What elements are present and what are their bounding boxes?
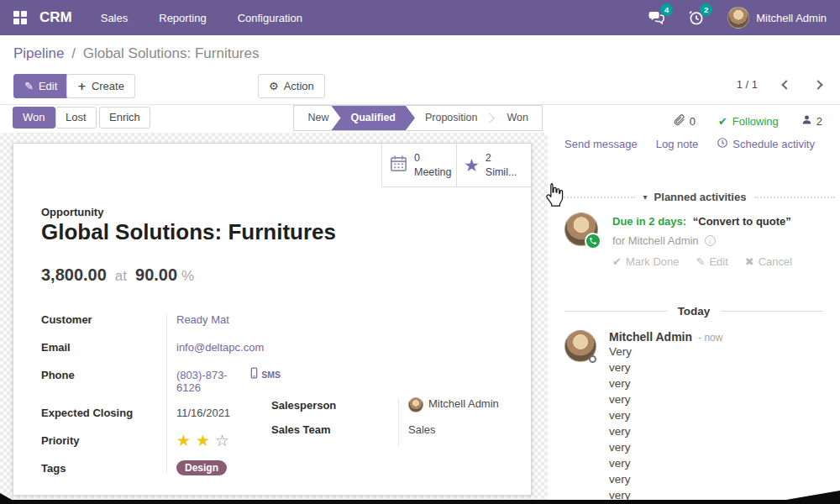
phone-link[interactable]: (803)-873-6126 bbox=[167, 367, 237, 394]
send-message-button[interactable]: Send message bbox=[564, 138, 638, 150]
activity-assignee: for Mitchell Admin bbox=[612, 234, 699, 247]
message-line: very bbox=[609, 423, 722, 439]
star-filled-icon[interactable]: ★ bbox=[196, 433, 210, 448]
fields-left-column: Customer Ready Mat Email info@deltapc.co… bbox=[41, 312, 281, 477]
similar-count: 2 bbox=[486, 151, 517, 165]
tags-row: Tags Design bbox=[41, 460, 281, 477]
apps-menu-icon[interactable] bbox=[13, 11, 27, 24]
at-token: at bbox=[115, 268, 127, 285]
customer-label: Customer bbox=[41, 312, 167, 326]
activity-avatar bbox=[564, 213, 598, 246]
expected-closing-row: Expected Closing 11/16/2021 bbox=[41, 405, 281, 422]
app-title[interactable]: CRM bbox=[39, 9, 72, 26]
breadcrumb-current: Global Solutions: Furnitures bbox=[83, 45, 260, 61]
stage-statusbar: New Qualified Proposition Won bbox=[293, 105, 543, 131]
salesperson-label: Salesperson bbox=[271, 397, 399, 412]
person-icon bbox=[801, 114, 812, 128]
phone-row: Phone (803)-873-6126 SMS bbox=[41, 367, 281, 394]
tag-design: Design bbox=[176, 460, 227, 475]
priority-row: Priority ★ ★ ☆ bbox=[41, 433, 281, 449]
message-author: Mitchell Admin bbox=[609, 330, 692, 344]
enrich-button[interactable]: Enrich bbox=[99, 107, 150, 129]
activities-menu[interactable]: 2 bbox=[688, 9, 705, 26]
salesperson-value[interactable]: Mitchell Admin bbox=[399, 397, 500, 412]
expected-revenue: 3,800.00 bbox=[41, 265, 107, 285]
plus-icon: + bbox=[77, 79, 87, 93]
priority-stars[interactable]: ★ ★ ☆ bbox=[167, 433, 229, 448]
email-label: Email bbox=[41, 339, 167, 354]
message-line: very bbox=[609, 455, 722, 471]
check-icon: ✔ bbox=[718, 115, 727, 128]
meeting-count: 0 bbox=[414, 151, 451, 165]
breadcrumb-separator: / bbox=[71, 45, 76, 61]
opportunity-title: Global Solutions: Furnitures bbox=[41, 219, 336, 245]
create-button[interactable]: + Create bbox=[66, 74, 135, 98]
mark-done-button[interactable]: ✔ Mark Done bbox=[612, 255, 679, 268]
breadcrumb: Pipeline / Global Solutions: Furnitures bbox=[13, 45, 259, 62]
schedule-activity-button[interactable]: Schedule activity bbox=[717, 137, 815, 151]
mark-lost-button[interactable]: Lost bbox=[55, 107, 97, 129]
pager-next-icon[interactable] bbox=[813, 80, 822, 89]
star-filled-icon[interactable]: ★ bbox=[176, 433, 191, 448]
presence-icon bbox=[589, 355, 596, 363]
meetings-stat-button[interactable]: 0 Meeting bbox=[381, 144, 456, 187]
tags-label: Tags bbox=[41, 460, 167, 475]
pencil-icon: ✎ bbox=[24, 79, 34, 93]
message-line: very bbox=[609, 391, 722, 407]
probability-value: 90.00 bbox=[135, 265, 177, 285]
message-line: very bbox=[609, 360, 722, 375]
activity-summary: “Convert to quote” bbox=[693, 215, 791, 228]
mobile-phone-icon bbox=[250, 367, 258, 382]
planned-activities-toggle[interactable]: ▾ Planned activities bbox=[643, 191, 747, 203]
stage-won[interactable]: Won bbox=[494, 106, 542, 130]
action-button[interactable]: ⚙ Action bbox=[258, 74, 325, 98]
chatter-panel: 0 ✔ Following 2 Send message Log note Sc… bbox=[548, 105, 840, 504]
phone-label: Phone bbox=[41, 367, 167, 381]
sales-team-value: Sales bbox=[399, 422, 436, 436]
check-icon: ✔ bbox=[612, 255, 622, 268]
activity-cancel-button[interactable]: ✖ Cancel bbox=[745, 255, 792, 268]
menu-sales[interactable]: Sales bbox=[101, 12, 129, 24]
meeting-label: Meeting bbox=[414, 165, 451, 179]
planned-activity-item: Due in 2 days: “Convert to quote” for Mi… bbox=[564, 213, 833, 268]
activity-edit-button[interactable]: ✎ Edit bbox=[696, 255, 727, 268]
pager-value: 1 / 1 bbox=[737, 78, 758, 91]
dotted-divider bbox=[754, 197, 835, 198]
user-menu[interactable]: Mitchell Admin bbox=[727, 7, 827, 29]
expected-closing-value: 11/16/2021 bbox=[167, 405, 230, 419]
messages-menu[interactable]: 4 bbox=[648, 9, 665, 26]
stage-qualified[interactable]: Qualified bbox=[331, 106, 414, 130]
top-navbar: CRM Sales Reporting Configuration 4 2 Mi… bbox=[0, 0, 840, 35]
message-line: very bbox=[609, 471, 722, 487]
message-timestamp: - now bbox=[698, 332, 722, 344]
user-name: Mitchell Admin bbox=[756, 12, 827, 24]
close-icon: ✖ bbox=[745, 255, 754, 268]
customer-link[interactable]: Ready Mat bbox=[167, 312, 229, 326]
priority-label: Priority bbox=[41, 433, 167, 447]
pager-previous-icon[interactable] bbox=[781, 80, 790, 89]
bottom-artifact-bar bbox=[0, 500, 840, 504]
menu-configuration[interactable]: Configuration bbox=[238, 12, 302, 24]
star-icon: ★ bbox=[464, 157, 480, 174]
following-toggle[interactable]: ✔ Following bbox=[718, 115, 779, 128]
log-note-button[interactable]: Log note bbox=[656, 138, 699, 150]
control-panel: Pipeline / Global Solutions: Furnitures … bbox=[0, 35, 840, 105]
similar-leads-stat-button[interactable]: ★ 2 Simil... bbox=[456, 144, 531, 187]
fields-right-column: Salesperson Mitchell Admin Sales Team Sa… bbox=[271, 397, 515, 449]
edit-button[interactable]: ✎ Edit bbox=[13, 74, 68, 98]
menu-reporting[interactable]: Reporting bbox=[159, 12, 206, 24]
attachments-button[interactable]: 0 bbox=[673, 113, 696, 129]
email-link[interactable]: info@deltapc.com bbox=[167, 339, 264, 354]
followers-button[interactable]: 2 bbox=[801, 114, 822, 128]
message-line: very bbox=[609, 407, 722, 423]
salesperson-row: Salesperson Mitchell Admin bbox=[271, 397, 515, 414]
activity-due-text: Due in 2 days: bbox=[612, 215, 686, 228]
star-empty-icon[interactable]: ☆ bbox=[215, 433, 229, 448]
send-sms-button[interactable]: SMS bbox=[250, 367, 281, 382]
stage-proposition[interactable]: Proposition bbox=[406, 106, 491, 130]
breadcrumb-pipeline-link[interactable]: Pipeline bbox=[13, 45, 65, 61]
mark-won-button[interactable]: Won bbox=[13, 107, 55, 129]
percent-token: % bbox=[181, 268, 194, 285]
user-avatar bbox=[727, 7, 749, 29]
info-icon: i bbox=[705, 235, 716, 246]
